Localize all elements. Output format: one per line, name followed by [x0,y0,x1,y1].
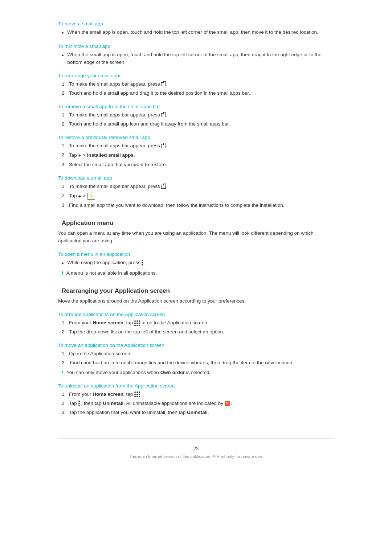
menu-dots-icon [142,260,143,266]
num: 1 [62,142,69,150]
num: 2 [62,120,69,128]
small-apps-icon [161,82,166,86]
subsection-move-app: To move an application on the Applicatio… [58,342,334,377]
num-text: Touch and hold a small app and drag it t… [69,90,334,97]
grid-icon [134,391,140,397]
grid-icon [134,320,140,326]
num: 1 [62,319,69,327]
numbered-item-2: 2 Touch and hold a small app icon and dr… [62,120,334,128]
num-text: To make the small apps bar appear, press… [69,81,334,88]
numbered-item-3: 3 Find a small app that you want to down… [62,202,334,209]
note-icon: ! [62,369,64,376]
bullet-dot: • [62,52,64,59]
small-apps-icon [161,144,166,148]
num-text: To make the small apps bar appear, press… [69,142,334,150]
numbered-item-1: 1 To make the small apps bar appear, pre… [62,111,334,119]
heading-rearrange: To rearrange your small apps [58,73,334,78]
numbered-item-1: 1 From your Home screen, tap to go to th… [62,319,334,327]
bullet-text: When the small app is open, touch and ho… [68,29,334,36]
subsection-arrange-apps: To arrange applications on the Applicati… [58,312,334,336]
num-text: From your Home screen, tap . [69,391,334,398]
numbered-item-1: 1 From your Home screen, tap . [62,391,334,398]
bullet-text: When the small app is open, touch and ho… [68,51,334,66]
section-remove-small-app: To remove a small app from the small app… [58,104,334,128]
note-text: You can only move your applications when… [66,369,334,377]
num-text: Touch and hold an item until it magnifie… [69,359,334,367]
plus-icon: + [78,152,82,159]
num: 1 [62,183,69,190]
section-application-menu: Application menu You can open a menu at … [58,219,334,277]
num-text: Tap the drop-down list on the top left o… [69,328,334,336]
section-restore-small-app: To restore a previously removed small ap… [58,135,334,169]
num-text: Tap + > Installed small apps. [69,151,334,160]
num: 2 [62,400,69,407]
numbered-item-2: 2 Tap , then tap Uninstall. All uninstal… [62,400,334,407]
numbered-item-1: 1 Open the Application screen. [62,350,334,358]
small-apps-icon [161,113,166,117]
num: 2 [62,192,69,200]
heading-move-app: To move an application on the Applicatio… [58,342,334,348]
heading-minimize-small-app: To minimize a small app [58,44,334,49]
numbered-item-2: 2 Tap the drop-down list on the top left… [62,328,334,336]
num: 3 [62,161,69,169]
page-content: To move a small app • When the small app… [58,0,334,480]
small-apps-icon [161,185,166,189]
num: 2 [62,151,69,159]
section-rearrange-small-apps: To rearrange your small apps 1 To make t… [58,73,334,97]
num: 3 [62,202,69,209]
num-text: Tap + > ✨. [69,192,334,200]
numbered-item-1: 1 To make the small apps bar appear, pre… [62,81,334,88]
subsection-uninstall-app: To uninstall an application from the App… [58,383,334,416]
bullet-text: While using the application, press . [68,259,334,267]
heading-uninstall-app: To uninstall an application from the App… [58,383,334,389]
plus-icon: + [78,193,82,199]
numbered-item-1: 1 To make the small apps bar appear, pre… [62,142,334,150]
note-move-app: ! You can only move your applications wh… [62,369,334,377]
num: 1 [62,391,69,398]
num: 2 [62,90,69,97]
numbered-item-2: 2 Touch and hold an item until it magnif… [62,359,334,367]
heading-arrange-apps: To arrange applications on the Applicati… [58,312,334,317]
num-text: To make the small apps bar appear, press… [69,183,334,190]
x-icon: ✕ [225,401,230,406]
bullet-move-small-app-1: • When the small app is open, touch and … [62,29,334,37]
store-icon: ✨ [87,193,95,200]
heading-move-small-app: To move a small app [58,21,334,26]
numbered-item-2: 2 Tap + > ✨. [62,192,334,200]
page-number: 23 [58,446,334,451]
page-footer: 23 This is an Internet version of this p… [58,438,334,459]
bullet-dot: • [62,259,64,267]
numbered-item-3: 3 Tap the application that you want to u… [62,409,334,416]
section-body-rearranging: Move the applications around on the Appl… [58,297,334,305]
num-text: Tap the application that you want to uni… [69,409,334,416]
note-open-menu: ! A menu is not available in all applica… [62,270,334,277]
heading-download: To download a small app [58,175,334,181]
bullet-dot: • [62,29,64,37]
num-text: From your Home screen, tap to go to the … [69,319,334,327]
heading-restore: To restore a previously removed small ap… [58,135,334,140]
numbered-item-3: 3 Select the small app that you want to … [62,161,334,169]
num-text: Select the small app that you want to re… [69,161,334,169]
num-text: To make the small apps bar appear, press… [69,111,334,119]
num: 1 [62,350,69,358]
numbered-item-2: 2 Tap + > Installed small apps. [62,151,334,160]
num-text: Open the Application screen. [69,350,334,358]
section-download-small-app: To download a small app 1 To make the sm… [58,175,334,209]
num-text: Tap , then tap Uninstall. All uninstalla… [69,400,334,407]
num-text: Find a small app that you want to downlo… [69,202,334,209]
num: 1 [62,81,69,88]
heading-open-menu: To open a menu in an application [58,251,334,257]
footer-text: This is an Internet version of this publ… [58,454,334,459]
num-text: Touch and hold a small app icon and drag… [69,120,334,128]
section-title-application-menu: Application menu [58,219,334,227]
subsection-open-menu: To open a menu in an application • While… [58,251,334,277]
section-minimize-small-app: To minimize a small app • When the small… [58,44,334,66]
section-move-small-app: To move a small app • When the small app… [58,21,334,37]
menu-dots-icon [78,401,80,406]
num: 2 [62,328,69,336]
section-title-rearranging: Rearranging your Application screen [58,287,334,295]
num: 1 [62,111,69,119]
bullet-open-menu-1: • While using the application, press . [62,259,334,267]
section-rearranging-app-screen: Rearranging your Application screen Move… [58,287,334,416]
num: 2 [62,359,69,367]
